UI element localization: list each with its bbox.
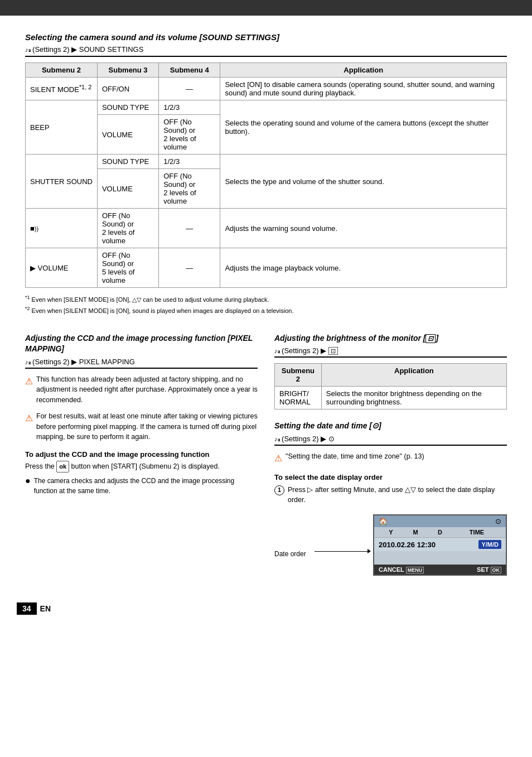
cell-speaker-vol: OFF (No Sound) or2 levels of volume <box>97 209 158 248</box>
sound-breadcrumb: ♪₂ (Settings 2) ▶ SOUND SETTINGS <box>25 45 507 57</box>
screen-spacer <box>374 551 506 565</box>
pixel-mapping-title: Adjusting the CCD and the image processi… <box>25 333 258 355</box>
cell-play-volume: ▶ VOLUME <box>26 248 98 288</box>
monitor-brightness-title: Adjusting the brightness of the monitor … <box>274 333 507 344</box>
cell-off-on: OFF/ON <box>97 78 158 100</box>
warning-icon-3: ⚠ <box>274 452 282 465</box>
cell-speaker: ■)) <box>26 209 98 248</box>
cell-bright-desc: Selects the monitor brightness depending… <box>321 387 506 409</box>
col-header-submenu3: Submenu 3 <box>97 63 158 78</box>
bullet-text-1: The camera checks and adjusts the CCD an… <box>34 476 258 496</box>
screen-home-icon: 🏠 <box>379 517 388 525</box>
pixel-mapping-subheading: To adjust the CCD and the image processi… <box>25 450 258 459</box>
cell-speaker-dash: — <box>159 209 220 248</box>
monitor-breadcrumb-text: ♪₂ (Settings 2) ▶ ⊡ <box>274 346 338 355</box>
cell-play-desc: Adjusts the image playback volume. <box>220 248 507 288</box>
footnote2: *2 Even when [SILENT MODE] is [ON], soun… <box>25 305 507 316</box>
warning-icon-1: ⚠ <box>25 375 33 388</box>
cell-bright-normal: BRIGHT/NORMAL <box>275 387 322 409</box>
screen-cancel-label: CANCEL MENU <box>379 566 424 573</box>
cell-dash1: — <box>159 78 220 100</box>
monitor-brightness-section: Adjusting the brightness of the monitor … <box>274 333 507 410</box>
step-number-1: 1 <box>274 485 284 495</box>
bullet-item-1: ● The camera checks and adjusts the CCD … <box>25 476 258 496</box>
screen-ymd-highlight: Y/M/D <box>478 540 501 549</box>
date-screen-mock: 🏠 ⊙ Y M D TIME 2010.02.26 12:30 <box>373 514 507 576</box>
cell-speaker-desc: Adjusts the warning sound volume. <box>220 209 507 248</box>
date-time-title: Setting the date and time [⊙] <box>274 421 507 432</box>
footnote1: *1 Even when [SILENT MODE] is [ON], △▽ c… <box>25 293 507 305</box>
screen-top-bar: 🏠 ⊙ <box>374 515 506 527</box>
pixel-mapping-section: Adjusting the CCD and the image processi… <box>25 333 258 582</box>
top-bar <box>0 0 532 16</box>
screen-clock-icon: ⊙ <box>495 517 501 525</box>
cell-shutter-volume-val: OFF (No Sound) or2 levels of volume <box>159 169 220 209</box>
date-order-subheading: To select the date display order <box>274 473 507 481</box>
cell-beep-volume: VOLUME <box>97 115 158 155</box>
two-col-section: Adjusting the CCD and the image processi… <box>25 333 507 582</box>
sound-settings-section: Selecting the camera sound and its volum… <box>25 32 507 316</box>
bullet-dot-1: ● <box>25 476 31 486</box>
date-note-box: ⚠ "Setting the date, time and time zone"… <box>274 451 507 465</box>
col-header-application: Application <box>220 63 507 78</box>
cell-shutter-soundtype: SOUND TYPE <box>97 155 158 169</box>
cell-silent-mode: SILENT MODE*1, 2 <box>26 78 98 100</box>
cell-beep-desc: Selects the operating sound and volume o… <box>220 100 507 155</box>
right-col: Adjusting the brightness of the monitor … <box>274 333 507 582</box>
date-breadcrumb-text: ♪₂ (Settings 2) ▶ ⊙ <box>274 435 335 443</box>
screen-data-row: 2010.02.26 12:30 Y/M/D <box>374 538 506 551</box>
date-time-breadcrumb: ♪₂ (Settings 2) ▶ ⊙ <box>274 435 507 446</box>
cell-play-volume-val: OFF (No Sound) or5 levels of volume <box>97 248 158 288</box>
cell-beep: BEEP <box>26 100 98 155</box>
cell-shutter-desc: Selects the type and volume of the shutt… <box>220 155 507 209</box>
col-header-submenu4: Submenu 4 <box>159 63 220 78</box>
note-box-2: ⚠ For best results, wait at least one mi… <box>25 411 258 442</box>
sound-breadcrumb-text: ♪₂ (Settings 2) ▶ SOUND SETTINGS <box>25 45 143 54</box>
page-number-box: 34 <box>17 602 37 615</box>
cell-shutter-sound: SHUTTER SOUND <box>26 155 98 209</box>
pixel-mapping-para: Press the ok button when [START] (Submen… <box>25 461 258 472</box>
monitor-brightness-table: Submenu 2 Application BRIGHT/NORMAL Sele… <box>274 363 507 409</box>
screen-date-value: 2010.02.26 12:30 <box>379 541 478 549</box>
screen-bottom-bar: CANCEL MENU SET OK <box>374 565 506 575</box>
table-row: SILENT MODE*1, 2 OFF/ON — Select [ON] to… <box>26 78 507 100</box>
date-order-arrow <box>315 549 371 553</box>
date-step1: 1 Press ▷ after setting Minute, and use … <box>274 485 507 506</box>
screen-area: Date order 🏠 ⊙ Y M <box>274 514 507 581</box>
note-box-1: ⚠ This function has already been adjuste… <box>25 374 258 406</box>
footnotes: *1 Even when [SILENT MODE] is [ON], △▽ c… <box>25 293 507 316</box>
date-note-text: "Setting the date, time and time zone" (… <box>286 451 424 462</box>
monitor-col-application: Application <box>321 364 506 387</box>
sound-settings-table: Submenu 2 Submenu 3 Submenu 4 Applicatio… <box>25 62 507 288</box>
table-row: SHUTTER SOUND SOUND TYPE 1/2/3 Selects t… <box>26 155 507 169</box>
screen-set-label: SET OK <box>477 566 501 573</box>
date-time-section: Setting the date and time [⊙] ♪₂ (Settin… <box>274 421 507 581</box>
cell-shutter-volume: VOLUME <box>97 169 158 209</box>
col-header-submenu2: Submenu 2 <box>26 63 98 78</box>
screen-with-label: Date order 🏠 ⊙ Y M <box>274 514 507 576</box>
step1-text: Press ▷ after setting Minute, and use △▽… <box>288 485 507 506</box>
page-footer: 34 EN <box>0 598 532 624</box>
sound-section-title: Selecting the camera sound and its volum… <box>25 32 507 42</box>
table-row: ■)) OFF (No Sound) or2 levels of volume … <box>26 209 507 248</box>
table-row: BRIGHT/NORMAL Selects the monitor bright… <box>275 387 507 409</box>
note-text-1: This function has already been adjusted … <box>36 374 258 406</box>
table-row: ▶ VOLUME OFF (No Sound) or5 levels of vo… <box>26 248 507 288</box>
date-order-label: Date order <box>274 550 306 558</box>
monitor-breadcrumb: ♪₂ (Settings 2) ▶ ⊡ <box>274 346 507 358</box>
cell-beep-123: 1/2/3 <box>159 100 220 115</box>
cell-play-dash: — <box>159 248 220 288</box>
cell-beep-volume-val: OFF (No Sound) or2 levels of volume <box>159 115 220 155</box>
ok-button-ref: ok <box>56 461 69 472</box>
table-row: BEEP SOUND TYPE 1/2/3 Selects the operat… <box>26 100 507 115</box>
monitor-col-submenu2: Submenu 2 <box>275 364 322 387</box>
screen-col-d: D <box>428 529 452 536</box>
screen-header-row: Y M D TIME <box>374 527 506 538</box>
page-lang: EN <box>40 604 51 613</box>
cell-shutter-123: 1/2/3 <box>159 155 220 169</box>
pixel-breadcrumb-text: ♪₂ (Settings 2) ▶ PIXEL MAPPING <box>25 358 135 366</box>
warning-icon-2: ⚠ <box>25 412 33 425</box>
screen-col-time: TIME <box>452 529 501 536</box>
pixel-mapping-breadcrumb: ♪₂ (Settings 2) ▶ PIXEL MAPPING <box>25 358 258 369</box>
note-text-2: For best results, wait at least one minu… <box>36 411 258 442</box>
